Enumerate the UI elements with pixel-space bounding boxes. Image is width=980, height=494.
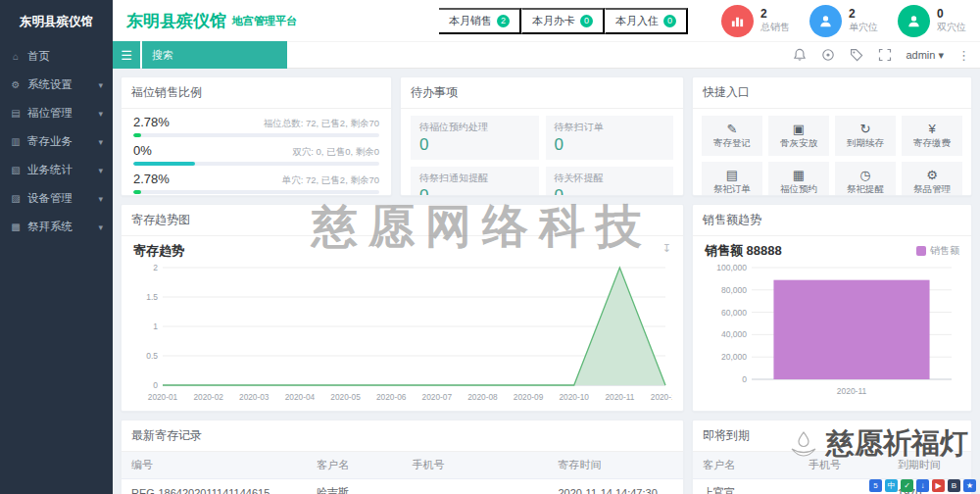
- quick-storage-payment[interactable]: ¥ 寄存缴费: [902, 116, 962, 156]
- extension-icon[interactable]: 5: [869, 479, 882, 492]
- stat-label: 总销售: [760, 22, 790, 33]
- sidebar-item-label: 设备管理: [27, 191, 73, 206]
- quick-ashes-placement[interactable]: ▣ 骨灰安放: [768, 116, 829, 156]
- tag-icon[interactable]: [849, 48, 863, 63]
- todo-item: 待关怀提醒 0: [546, 167, 674, 196]
- search-input[interactable]: [142, 41, 287, 69]
- brand-subtitle: 地宫管理平台: [232, 14, 297, 28]
- grid-icon: ▤: [10, 108, 22, 119]
- sidebar-item-home[interactable]: ⌂ 首页: [0, 42, 113, 71]
- quick-renewal[interactable]: ↻ 到期续存: [835, 116, 896, 156]
- extension-icon[interactable]: ▶: [932, 479, 945, 492]
- todo-value: 0: [419, 135, 530, 155]
- svg-text:2020-08: 2020-08: [467, 392, 498, 402]
- progress-bar: [133, 162, 379, 166]
- yen-icon: ¥: [928, 123, 935, 135]
- quick-offerings-management[interactable]: ⚙ 祭品管理: [902, 162, 962, 196]
- month-checkin-badge: 0: [663, 15, 676, 27]
- svg-text:0.5: 0.5: [146, 351, 158, 361]
- svg-text:2020-07: 2020-07: [422, 392, 453, 402]
- card-title: 福位销售比例: [122, 77, 391, 109]
- month-cards-badge: 0: [580, 15, 593, 27]
- quick-grid: ✎ 寄存登记 ▣ 骨灰安放 ↻ 到期续存 ¥ 寄: [693, 109, 971, 196]
- quick-label: 祭祀订单: [713, 183, 751, 196]
- sidebar-item-device-management[interactable]: ▨ 设备管理 ▾: [0, 184, 113, 213]
- quick-niche-booking[interactable]: ▦ 福位预约: [768, 162, 829, 196]
- month-sales-badge: 2: [497, 15, 510, 27]
- svg-text:60,000: 60,000: [721, 308, 747, 318]
- user-menu[interactable]: admin ▾: [906, 49, 944, 62]
- card-title: 销售额趋势: [693, 205, 971, 236]
- extension-icon[interactable]: B: [948, 479, 960, 492]
- column-header: 客户名: [693, 452, 799, 479]
- column-header: 手机号: [402, 452, 548, 479]
- gear-icon: ⚙: [926, 169, 938, 181]
- chevron-down-icon: ▾: [98, 80, 103, 90]
- quick-ritual-reminder[interactable]: ◷ 祭祀提醒: [835, 162, 896, 196]
- hamburger-menu-icon[interactable]: ☰: [113, 41, 140, 69]
- sidebar-item-niche-management[interactable]: ▤ 福位管理 ▾: [0, 99, 113, 127]
- svg-text:20,000: 20,000: [721, 352, 747, 362]
- legend-swatch: [916, 246, 926, 256]
- svg-text:100,000: 100,000: [716, 263, 747, 272]
- sidebar-item-label: 寄存业务: [27, 134, 73, 149]
- user-icon: [809, 5, 842, 37]
- worship-icon: ▩: [10, 222, 22, 232]
- quick-label: 到期续存: [847, 137, 884, 150]
- svg-text:1.5: 1.5: [146, 292, 158, 302]
- stat-value: 2: [760, 8, 790, 22]
- quick-label: 骨灰安放: [780, 137, 817, 150]
- todo-item: 待祭扫通知提醒 0: [411, 167, 539, 196]
- month-cards-label: 本月办卡: [532, 14, 575, 28]
- card-sales-trend: 销售额趋势 销售额 88888 销售额 020,00040,00060,0008…: [692, 204, 972, 412]
- month-sales-button[interactable]: 本月销售 2: [439, 8, 521, 34]
- month-checkin-button[interactable]: 本月入住 0: [605, 8, 688, 34]
- quick-storage-register[interactable]: ✎ 寄存登记: [702, 116, 762, 156]
- chevron-down-icon: ▾: [98, 222, 103, 232]
- todo-value: 0: [419, 186, 530, 196]
- extension-icon[interactable]: ✓: [901, 479, 913, 492]
- todo-item: 待福位预约处理 0: [411, 116, 539, 160]
- sidebar-item-storage-business[interactable]: ▥ 寄存业务 ▾: [0, 127, 113, 156]
- chevron-down-icon: ▾: [98, 137, 103, 147]
- sidebar-item-system-settings[interactable]: ⚙ 系统设置 ▾: [0, 71, 113, 99]
- toolbar: ☰ admin ▾ ⋮: [113, 41, 980, 69]
- box-icon: ▣: [793, 123, 805, 135]
- row-middle: 寄存趋势图 寄存趋势 ↧ 00.511.522020-012020-022020…: [121, 204, 972, 412]
- svg-text:2020-09: 2020-09: [514, 392, 544, 402]
- bell-icon[interactable]: [792, 48, 807, 63]
- topbar: 东明县殡仪馆 地宫管理平台 本月销售 2 本月办卡 0 本月入住 0: [113, 0, 980, 41]
- quick-ritual-orders[interactable]: ▤ 祭祀订单: [702, 162, 762, 196]
- extension-icon[interactable]: ★: [963, 479, 976, 492]
- extension-icon[interactable]: ↓: [916, 479, 929, 492]
- storage-trend-chart: 00.511.522020-012020-022020-032020-04202…: [133, 260, 672, 412]
- cell-record-id: REG-1864202011141144615: [122, 479, 307, 494]
- kebab-menu-icon[interactable]: ⋮: [957, 48, 970, 63]
- storage-chart-body: 寄存趋势 ↧ 00.511.522020-012020-022020-03202…: [122, 236, 683, 412]
- sales-chart-body: 销售额 88888 销售额 020,00040,00060,00080,0001…: [693, 236, 971, 412]
- sidebar-item-worship-system[interactable]: ▩ 祭拜系统 ▾: [0, 213, 113, 241]
- stats-icon: ▧: [10, 165, 22, 175]
- cell-customer-name: 哈吉斯: [307, 479, 402, 494]
- row-top: 福位销售比例 2.78% 福位总数: 72, 已售2, 剩余70 0% 双穴: …: [121, 76, 972, 196]
- ratio-fill-0: [133, 133, 141, 137]
- sidebar-item-business-stats[interactable]: ▧ 业务统计 ▾: [0, 156, 113, 184]
- user-icon: [898, 5, 930, 37]
- todo-label: 待福位预约处理: [419, 121, 530, 134]
- month-cards-button[interactable]: 本月办卡 0: [521, 8, 605, 34]
- chart-download-icon[interactable]: ↧: [662, 242, 671, 255]
- device-icon: ▨: [10, 193, 22, 204]
- theme-icon[interactable]: [820, 48, 835, 63]
- ratio-note: 福位总数: 72, 已售2, 剩余70: [264, 118, 379, 130]
- chart-title: 寄存趋势: [133, 242, 671, 260]
- card-title: 寄存趋势图: [122, 205, 683, 236]
- extension-icon[interactable]: 中: [885, 479, 898, 492]
- card-quick-access: 快捷入口 ✎ 寄存登记 ▣ 骨灰安放 ↻ 到期续存: [692, 76, 972, 196]
- card-latest-records: 最新寄存记录 编号 客户名 手机号 寄存时间: [121, 420, 684, 494]
- stat-double-niche: 0 双穴位: [898, 5, 966, 37]
- sidebar-item-label: 祭拜系统: [27, 220, 73, 234]
- ratio-note: 单穴: 72, 已售2, 剩余70: [282, 174, 379, 187]
- renew-icon: ↻: [860, 123, 871, 135]
- ratio-percent: 2.78%: [133, 172, 170, 186]
- fullscreen-icon[interactable]: [877, 48, 892, 63]
